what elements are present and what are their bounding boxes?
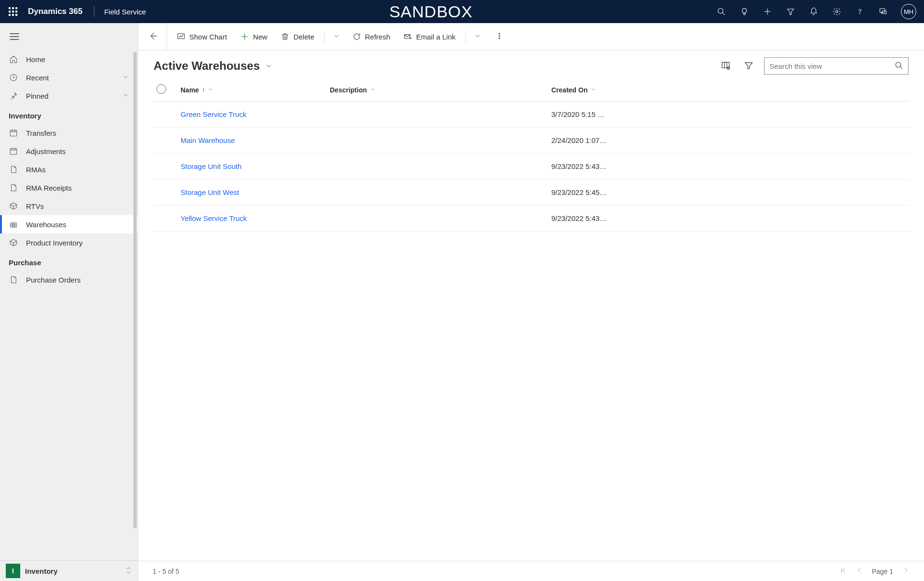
svg-rect-25 — [178, 34, 184, 39]
nav-label: Transfers — [26, 129, 56, 137]
pager: Page 1 — [839, 567, 910, 576]
svg-rect-16 — [10, 149, 17, 155]
column-header-created-on[interactable]: Created On — [547, 78, 910, 102]
document-icon — [9, 165, 18, 174]
column-header-name[interactable]: Name ↑ — [177, 78, 326, 102]
area-switcher[interactable]: I Inventory — [0, 560, 138, 581]
table-row[interactable]: Yellow Service Truck9/23/2022 5:43… — [153, 206, 910, 232]
command-overflow-button[interactable] — [491, 29, 508, 44]
view-selector[interactable]: Active Warehouses — [154, 59, 273, 73]
chevron-down-icon — [590, 86, 596, 94]
user-avatar[interactable]: MH — [901, 4, 916, 19]
gear-icon[interactable] — [832, 6, 842, 17]
next-page-button[interactable] — [902, 567, 910, 576]
new-icon[interactable] — [762, 6, 773, 17]
bell-icon[interactable] — [808, 6, 819, 17]
warehouse-icon — [9, 220, 18, 229]
nav-warehouses[interactable]: Warehouses — [0, 215, 138, 233]
nav-label: Product Inventory — [26, 239, 83, 247]
new-button[interactable]: New — [234, 29, 273, 44]
clock-icon — [9, 73, 18, 82]
svg-line-37 — [900, 66, 902, 69]
record-link[interactable]: Main Warehouse — [181, 136, 235, 144]
select-all-header[interactable] — [153, 78, 177, 102]
nav-recent[interactable]: Recent — [0, 68, 138, 87]
row-select[interactable] — [153, 180, 177, 206]
nav-rma-receipts[interactable]: RMA Receipts — [0, 179, 138, 197]
cell-description — [326, 180, 547, 206]
show-chart-button[interactable]: Show Chart — [171, 29, 233, 44]
back-button[interactable] — [147, 31, 158, 43]
prev-page-button[interactable] — [856, 567, 863, 576]
help-icon[interactable] — [855, 6, 865, 17]
filter-button[interactable] — [741, 58, 756, 75]
search-input[interactable] — [769, 62, 895, 70]
table-row[interactable]: Green Service Truck3/7/2020 5:15 … — [153, 102, 910, 128]
search-icon — [895, 61, 903, 71]
cell-created-on: 2/24/2020 1:07… — [547, 128, 910, 154]
nav-label: Recent — [26, 74, 49, 82]
row-select[interactable] — [153, 154, 177, 180]
svg-point-31 — [499, 38, 500, 39]
delete-dropdown[interactable] — [328, 30, 345, 44]
filter-icon[interactable] — [785, 6, 796, 17]
cell-description — [326, 206, 547, 232]
cell-created-on: 9/23/2022 5:43… — [547, 206, 910, 232]
sidebar-collapse-button[interactable] — [0, 28, 138, 45]
email-link-button[interactable]: Email a Link — [398, 29, 461, 44]
sidebar-scrollbar[interactable] — [133, 52, 137, 528]
view-search-box[interactable] — [764, 57, 909, 75]
record-link[interactable]: Storage Unit South — [181, 162, 242, 170]
column-header-description[interactable]: Description — [326, 78, 547, 102]
record-link[interactable]: Green Service Truck — [181, 110, 247, 118]
nav-transfers[interactable]: Transfers — [0, 124, 138, 142]
module-label[interactable]: Field Service — [104, 8, 146, 16]
table-row[interactable]: Storage Unit West9/23/2022 5:45… — [153, 180, 910, 206]
search-icon[interactable] — [716, 6, 727, 17]
nav-rmas[interactable]: RMAs — [0, 160, 138, 179]
box-icon — [9, 202, 18, 210]
nav-product-inventory[interactable]: Product Inventory — [0, 233, 138, 252]
table-row[interactable]: Main Warehouse2/24/2020 1:07… — [153, 128, 910, 154]
global-nav-bar: Dynamics 365 Field Service SANDBOX MH — [0, 0, 924, 23]
row-select[interactable] — [153, 206, 177, 232]
cell-description — [326, 154, 547, 180]
email-link-dropdown[interactable] — [469, 30, 486, 44]
divider — [465, 30, 466, 43]
cell-name: Storage Unit South — [177, 154, 326, 180]
brand-label[interactable]: Dynamics 365 — [28, 7, 82, 16]
record-link[interactable]: Yellow Service Truck — [181, 214, 247, 222]
box-icon — [9, 238, 18, 247]
nav-label: Purchase Orders — [26, 276, 80, 284]
first-page-button[interactable] — [839, 567, 847, 576]
nav-rtvs[interactable]: RTVs — [0, 197, 138, 215]
avatar-initials: MH — [904, 8, 913, 15]
refresh-icon — [352, 32, 361, 41]
waffle-icon — [9, 7, 17, 16]
home-icon — [9, 55, 18, 64]
nav-purchase-orders[interactable]: Purchase Orders — [0, 271, 138, 289]
chat-icon[interactable] — [878, 6, 888, 17]
table-row[interactable]: Storage Unit South9/23/2022 5:43… — [153, 154, 910, 180]
nav-home[interactable]: Home — [0, 50, 138, 68]
record-link[interactable]: Storage Unit West — [181, 188, 239, 196]
chevron-down-icon — [122, 92, 129, 100]
row-select[interactable] — [153, 102, 177, 128]
nav-label: Pinned — [26, 92, 49, 100]
grid-footer: 1 - 5 of 5 Page 1 — [138, 561, 924, 581]
nav-adjustments[interactable]: Adjustments — [0, 142, 138, 160]
nav-pinned[interactable]: Pinned — [0, 87, 138, 105]
pin-icon — [9, 91, 18, 100]
edit-columns-button[interactable] — [718, 58, 733, 75]
record-count: 1 - 5 of 5 — [153, 568, 179, 575]
nav-section-purchase: Purchase — [0, 252, 138, 271]
lightbulb-icon[interactable] — [739, 6, 750, 17]
row-select[interactable] — [153, 128, 177, 154]
site-map-sidebar: Home Recent Pinned Inventory Transfers A… — [0, 23, 138, 581]
area-badge: I — [6, 564, 20, 578]
refresh-button[interactable]: Refresh — [347, 29, 396, 44]
delete-button[interactable]: Delete — [275, 29, 320, 44]
view-title: Active Warehouses — [154, 59, 260, 73]
cell-created-on: 3/7/2020 5:15 … — [547, 102, 910, 128]
app-launcher-button[interactable] — [5, 3, 21, 20]
